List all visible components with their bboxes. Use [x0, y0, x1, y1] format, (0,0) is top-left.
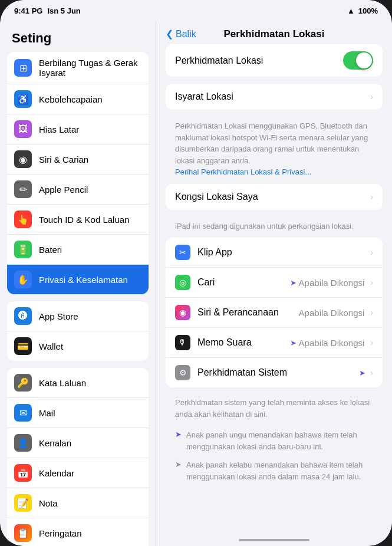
klip-app-label: Klip App — [197, 247, 368, 258]
main-layout: Seting ⊞ Berbilang Tugas & Gerak Isyarat… — [0, 21, 392, 546]
kongsi-row[interactable]: Kongsi Lokasi Saya › — [166, 184, 383, 210]
status-bar-left: 9:41 PG Isn 5 Jun — [14, 6, 81, 15]
kebolehcapaian-label: Kebolehcapaian — [39, 94, 141, 104]
nota-icon: 📝 — [14, 494, 32, 512]
kongsi-section: Kongsi Lokasi Saya › — [166, 184, 383, 210]
privasi-label: Privasi & Keselamatan — [39, 275, 141, 285]
sidebar-item-kenalan[interactable]: 👤 Kenalan — [7, 428, 149, 458]
sidebar-item-kalendar[interactable]: 📅 Kalendar — [7, 458, 149, 488]
kalendar-icon: 📅 — [14, 464, 32, 482]
sidebar-item-kebolehcapaian[interactable]: ♿ Kebolehcapaian — [7, 84, 149, 114]
back-label: Balik — [176, 29, 196, 40]
apple-pencil-icon: ✏ — [14, 180, 32, 198]
sidebar-item-apple-pencil[interactable]: ✏ Apple Pencil — [7, 175, 149, 205]
status-bar-right: ▲ 100% — [347, 6, 378, 15]
back-chevron-icon: ❮ — [166, 28, 173, 40]
cari-location-arrow-icon: ➤ — [290, 278, 297, 287]
sidebar-section-3: 🔑 Kata Laluan ✉ Mail 👤 Kenalan 📅 Kalenda… — [7, 368, 149, 546]
cari-label: Cari — [197, 277, 290, 288]
isyarat-label: Isyarat Lokasi — [175, 91, 368, 102]
sidebar-item-mail[interactable]: ✉ Mail — [7, 398, 149, 428]
detail-panel: ❮ Balik Perkhidmatan Lokasi Perkhidmatan… — [156, 21, 392, 546]
sidebar-section-1: ⊞ Berbilang Tugas & Gerak Isyarat ♿ Kebo… — [7, 52, 149, 294]
wifi-icon: ▲ — [347, 6, 355, 15]
sidebar-list: ⊞ Berbilang Tugas & Gerak Isyarat ♿ Kebo… — [0, 52, 156, 546]
nota-label: Nota — [39, 498, 141, 508]
sidebar-item-berbilang-tugas[interactable]: ⊞ Berbilang Tugas & Gerak Isyarat — [7, 52, 149, 84]
sidebar-item-peringatan[interactable]: 📋 Peringatan — [7, 518, 149, 546]
privasi-icon: ✋ — [14, 271, 32, 288]
purple-note: ➤ Anak panah ungu menandakan bahawa item… — [166, 426, 383, 456]
gray-note-text: Anak panah kelabu menandakan bahawa item… — [186, 459, 373, 482]
sidebar-item-siri-carian[interactable]: ◉ Siri & Carian — [7, 144, 149, 175]
memo-location-arrow-icon: ➤ — [290, 338, 297, 347]
siri-peranc-icon: ◉ — [175, 305, 190, 320]
memo-suara-row-icon: 🎙 — [175, 335, 190, 350]
sidebar-section-2: 🅐 App Store 💳 Wallet — [7, 301, 149, 361]
kenalan-icon: 👤 — [14, 434, 32, 452]
sidebar-item-app-store[interactable]: 🅐 App Store — [7, 301, 149, 331]
hias-latar-icon: 🖼 — [14, 120, 32, 138]
sidebar-item-wallet[interactable]: 💳 Wallet — [7, 331, 149, 361]
klip-app-icon: ✂ — [175, 245, 190, 260]
peringatan-icon: 📋 — [14, 524, 32, 542]
memo-chevron-icon: › — [370, 338, 373, 347]
location-services-toggle[interactable] — [343, 51, 373, 70]
cari-value: Apabila Dikongsi — [299, 278, 365, 288]
sistem-chevron-icon: › — [370, 368, 373, 377]
touch-id-icon: 👆 — [14, 210, 32, 228]
wallet-label: Wallet — [39, 341, 141, 351]
isyarat-chevron-icon: › — [370, 92, 373, 101]
apple-pencil-label: Apple Pencil — [39, 185, 141, 195]
sidebar-item-kata-laluan[interactable]: 🔑 Kata Laluan — [7, 368, 149, 398]
location-privacy-link[interactable]: Perihal Perkhidmatan Lokasi & Privasi... — [175, 167, 311, 176]
memo-suara-row[interactable]: 🎙 Memo Suara ➤ Apabila Dikongsi › — [166, 328, 383, 358]
kongsi-chevron-icon: › — [370, 192, 373, 202]
sidebar-item-privasi[interactable]: ✋ Privasi & Keselamatan — [7, 265, 149, 294]
kata-laluan-label: Kata Laluan — [39, 378, 141, 388]
kata-laluan-icon: 🔑 — [14, 374, 32, 392]
purple-arrow-icon: ➤ — [175, 430, 182, 439]
memo-suara-value: Apabila Dikongsi — [299, 338, 365, 348]
siri-carian-label: Siri & Carian — [39, 154, 141, 165]
status-bar: 9:41 PG Isn 5 Jun ▲ 100% — [0, 0, 392, 21]
toggle-thumb — [356, 52, 372, 68]
memo-suara-row-label: Memo Suara — [197, 337, 290, 348]
sistem-location-arrow-icon: ➤ — [359, 369, 365, 377]
back-button[interactable]: ❮ Balik — [166, 28, 196, 40]
berbilang-tugas-label: Berbilang Tugas & Gerak Isyarat — [39, 58, 141, 78]
bateri-icon: 🔋 — [14, 241, 32, 258]
sidebar-item-bateri[interactable]: 🔋 Bateri — [7, 235, 149, 265]
siri-peranc-value: Apabila Dikongsi — [299, 308, 365, 318]
location-services-row: Perkhidmatan Lokasi — [166, 44, 383, 77]
isyarat-section: Isyarat Lokasi › — [166, 84, 383, 110]
mail-icon: ✉ — [14, 404, 32, 422]
cari-row[interactable]: ◎ Cari ➤ Apabila Dikongsi › — [166, 268, 383, 298]
screen: 9:41 PG Isn 5 Jun ▲ 100% Seting ⊞ Berbil… — [0, 0, 392, 546]
sidebar-item-hias-latar[interactable]: 🖼 Hias Latar — [7, 114, 149, 144]
perkhidmatan-sistem-row[interactable]: ⚙ Perkhidmatan Sistem ➤ › — [166, 358, 383, 387]
time: 9:41 PG — [14, 6, 42, 15]
detail-title: Perkhidmatan Lokasi — [223, 28, 324, 40]
location-services-label: Perkhidmatan Lokasi — [175, 55, 343, 66]
hias-latar-label: Hias Latar — [39, 124, 141, 134]
siri-peranc-label: Siri & Perancanaan — [197, 307, 299, 318]
sidebar-item-nota[interactable]: 📝 Nota — [7, 488, 149, 518]
sidebar-title: Seting — [0, 21, 156, 52]
siri-peranc-chevron-icon: › — [370, 308, 373, 317]
location-desc: Perkhidmatan Lokasi menggunakan GPS, Blu… — [166, 117, 383, 184]
berbilang-tugas-icon: ⊞ — [14, 59, 32, 77]
peringatan-label: Peringatan — [39, 528, 141, 538]
gray-note: ➤ Anak panah kelabu menandakan bahawa it… — [166, 456, 383, 486]
mail-label: Mail — [39, 408, 141, 418]
purple-note-text: Anak panah ungu menandakan bahawa item t… — [186, 429, 373, 452]
kalendar-label: Kalendar — [39, 468, 141, 478]
perkhidmatan-sistem-label: Perkhidmatan Sistem — [197, 367, 359, 378]
isyarat-row[interactable]: Isyarat Lokasi › — [166, 84, 383, 110]
klip-app-row[interactable]: ✂ Klip App › — [166, 238, 383, 268]
siri-peranc-row[interactable]: ◉ Siri & Perancanaan Apabila Dikongsi › — [166, 298, 383, 328]
sidebar: Seting ⊞ Berbilang Tugas & Gerak Isyarat… — [0, 21, 156, 546]
home-indicator — [239, 539, 309, 541]
sidebar-item-touch-id[interactable]: 👆 Touch ID & Kod Laluan — [7, 205, 149, 235]
system-desc: Perkhidmatan sistem yang telah meminta a… — [166, 394, 383, 426]
